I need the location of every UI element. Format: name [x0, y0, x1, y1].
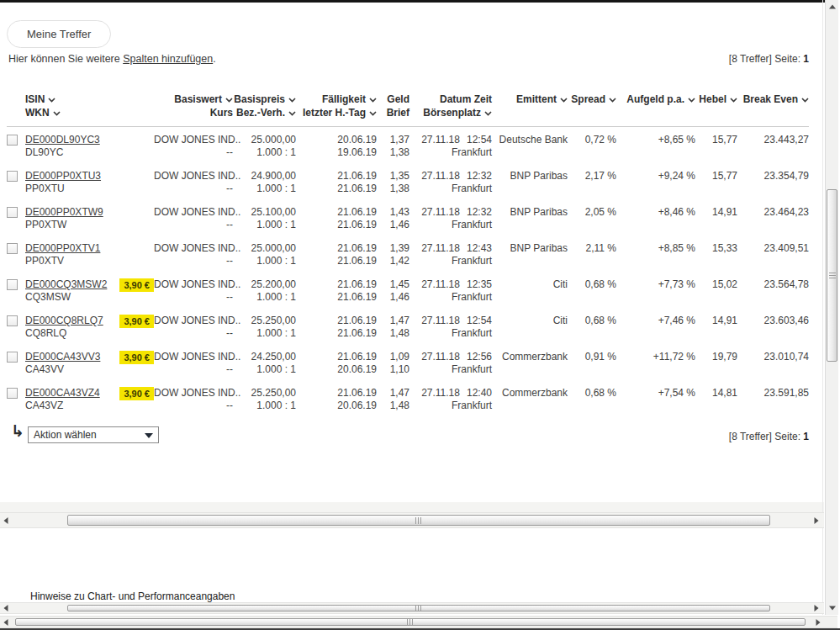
isin-link[interactable]: DE000DL90YC3	[25, 134, 100, 146]
header-label[interactable]: letzter H.-Tag	[303, 107, 366, 119]
emittent-cell: Commerzbank	[492, 351, 568, 376]
column-header-emittent[interactable]: Emittent	[492, 93, 568, 119]
wkn-label: CQ8RLQ	[25, 327, 66, 339]
scrollbar-thumb[interactable]	[67, 605, 770, 611]
header-label[interactable]: Basiswert	[174, 93, 222, 105]
row-checkbox[interactable]	[7, 352, 18, 363]
column-header-aufgeld[interactable]: Aufgeld p.a.	[616, 93, 695, 119]
zeit-value: 12:35	[467, 278, 492, 290]
header-label: Brief	[387, 107, 409, 119]
row-checkbox[interactable]	[7, 279, 18, 290]
fee-badge: 3,90 €	[119, 351, 154, 364]
header-label[interactable]: Börsenplatz	[423, 107, 481, 119]
isin-link[interactable]: DE000CQ8RLQ7	[25, 315, 103, 326]
scrollbar-thumb[interactable]	[827, 189, 837, 362]
header-label[interactable]: Bez.-Verh.	[236, 107, 285, 119]
spread-cell: 0,72 %	[568, 134, 616, 159]
row-checkbox[interactable]	[7, 135, 18, 146]
scroll-left-button[interactable]	[0, 617, 12, 627]
sort-chevron-down-icon[interactable]	[369, 93, 377, 106]
column-header-faelligkeit-htag[interactable]: Fälligkeitletzter H.-Tag	[296, 93, 377, 119]
tab-meine-treffer[interactable]: Meine Treffer	[7, 20, 111, 48]
scroll-right-button[interactable]	[811, 603, 822, 613]
column-header-isin-wkn[interactable]: ISINWKN	[25, 93, 114, 119]
aufgeld-cell: +8,46 %	[616, 206, 695, 231]
header-label[interactable]: Emittent	[516, 93, 557, 105]
scroll-right-button[interactable]	[811, 513, 822, 527]
row-checkbox[interactable]	[7, 315, 18, 326]
aufgeld-cell: +7,54 %	[616, 387, 695, 412]
action-select[interactable]: Aktion wählen	[28, 426, 159, 443]
header-label[interactable]: ISIN	[25, 93, 45, 105]
wkn-label: CA43VV	[25, 363, 64, 375]
header-label[interactable]: Spread	[571, 93, 605, 105]
datum-cell: 27.11.1812:54 Frankfurt	[409, 134, 492, 159]
sort-chevron-down-icon[interactable]	[484, 106, 492, 119]
basispreis-cell: 25.000,00 1.000 : 1	[233, 134, 296, 159]
sort-chevron-down-icon[interactable]	[369, 106, 377, 119]
isin-link[interactable]: DE000CA43VZ4	[25, 387, 100, 399]
column-header-spread[interactable]: Spread	[568, 93, 616, 119]
column-header-datum-boersenplatz[interactable]: Datum ZeitBörsenplatz	[409, 93, 492, 119]
isin-link[interactable]: DE000CQ3MSW2	[25, 278, 107, 290]
scrollbar-thumb[interactable]	[15, 618, 806, 626]
sort-chevron-down-icon[interactable]	[560, 93, 568, 106]
checkbox-cell	[7, 351, 25, 376]
sort-chevron-down-icon[interactable]	[288, 106, 296, 119]
isin-link[interactable]: DE000PP0XTV1	[25, 242, 100, 254]
isin-wkn-cell: DE000CA43VZ4 CA43VZ	[25, 387, 114, 412]
header-label[interactable]: Aufgeld p.a.	[626, 93, 684, 105]
sort-chevron-down-icon[interactable]	[688, 93, 695, 106]
row-checkbox[interactable]	[7, 207, 18, 218]
triangle-left-icon	[4, 605, 8, 611]
sort-chevron-down-icon[interactable]	[288, 93, 296, 106]
sort-chevron-down-icon[interactable]	[225, 93, 233, 106]
isin-link[interactable]: DE000CA43VV3	[25, 351, 100, 363]
header-label[interactable]: Basispreis	[234, 93, 285, 105]
table-row: DE000PP0XTU3 PP0XTU DOW JONES IND.. -- 2…	[7, 170, 809, 195]
header-label[interactable]: Hebel	[699, 93, 726, 105]
sort-chevron-down-icon[interactable]	[48, 93, 55, 106]
scroll-left-button[interactable]	[0, 603, 12, 613]
triangle-up-icon	[829, 4, 836, 8]
scroll-right-button[interactable]	[812, 617, 824, 627]
sort-chevron-down-icon[interactable]	[609, 93, 616, 106]
break-even-cell: 23.603,46	[737, 315, 809, 340]
isin-link[interactable]: DE000PP0XTU3	[25, 170, 101, 182]
geld-brief-cell: 1,45 1,46	[377, 278, 409, 304]
sort-chevron-down-icon[interactable]	[53, 106, 61, 119]
emittent-value: Commerzbank	[492, 387, 568, 400]
header-label[interactable]: WKN	[25, 107, 50, 119]
add-columns-link[interactable]: Spalten hinzufügen	[123, 53, 213, 65]
isin-link[interactable]: DE000PP0XTW9	[25, 206, 103, 218]
wkn-label: PP0XTV	[25, 255, 64, 267]
letzter-htag-value: 19.06.19	[296, 146, 377, 159]
triangle-down-icon	[829, 606, 836, 610]
hint-text: Hier können Sie weitere	[8, 53, 123, 65]
column-header-basispreis-bezverh[interactable]: BasispreisBez.-Verh.	[233, 93, 296, 119]
header-label[interactable]: Fälligkeit	[322, 93, 366, 105]
spread-value: 0,68 %	[568, 387, 616, 400]
sort-chevron-down-icon[interactable]	[801, 93, 809, 106]
letzter-htag-value: 21.06.19	[296, 219, 377, 231]
spread-cell: 0,91 %	[568, 351, 616, 376]
letzter-htag-value: 21.06.19	[296, 291, 377, 304]
header-label[interactable]: Break Even	[743, 93, 798, 105]
row-checkbox[interactable]	[7, 388, 18, 399]
column-header-hebel[interactable]: Hebel	[695, 93, 737, 119]
faelligkeit-cell: 21.06.19 21.06.19	[296, 242, 377, 267]
scroll-down-button[interactable]	[826, 601, 838, 614]
column-header-breakeven[interactable]: Break Even	[737, 93, 809, 119]
boersenplatz-value: Frankfurt	[409, 291, 492, 304]
sort-chevron-down-icon[interactable]	[730, 93, 737, 106]
basiswert-cell: DOW JONES IND.. --	[154, 206, 233, 231]
scroll-left-button[interactable]	[0, 513, 12, 527]
column-header-geld-brief: GeldBrief	[377, 93, 409, 119]
hinweise-link[interactable]: Hinweise zu Chart- und Performanceangabe…	[30, 590, 235, 602]
scrollbar-thumb[interactable]	[67, 515, 770, 526]
hebel-cell: 15,77	[695, 134, 737, 159]
column-header-basiswert-kurs[interactable]: BasiswertKurs	[154, 93, 233, 119]
scroll-up-button[interactable]	[826, 0, 838, 13]
row-checkbox[interactable]	[7, 171, 18, 182]
row-checkbox[interactable]	[7, 243, 18, 254]
